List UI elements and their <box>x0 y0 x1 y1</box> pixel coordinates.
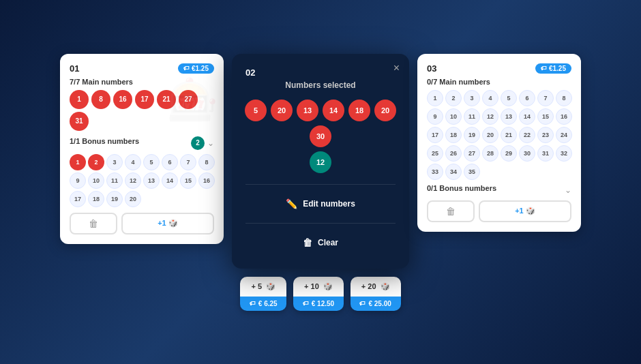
card-01-bonus-badge: 2 <box>191 136 205 150</box>
card-01-bonus-label: 1/1 Bonus numbers <box>70 137 139 145</box>
modal-clear-label: Clear <box>318 238 338 247</box>
bonus-grid-11[interactable]: 11 <box>106 172 123 189</box>
bonus-grid-4[interactable]: 4 <box>125 154 141 170</box>
mg-12[interactable]: 12 <box>482 108 498 125</box>
card-01-add-button[interactable]: +1 🎲 <box>121 213 214 234</box>
modal-close-button[interactable]: × <box>393 62 400 74</box>
card-03-bonus-header: 0/1 Bonus numbers ⌄ <box>427 184 571 196</box>
ball-1[interactable]: 1 <box>70 90 89 109</box>
mg-26[interactable]: 26 <box>445 145 462 162</box>
mg-20[interactable]: 20 <box>482 127 498 143</box>
card-01: 🎰 01 €1.25 7/7 Main numbers 1 8 16 17 21… <box>60 54 224 244</box>
ball-31[interactable]: 31 <box>70 112 89 131</box>
ball-16[interactable]: 16 <box>113 90 132 109</box>
bonus-grid-2[interactable]: 2 <box>88 154 104 170</box>
bonus-grid-8[interactable]: 8 <box>198 154 215 170</box>
modal-ball-12[interactable]: 12 <box>310 151 331 173</box>
mg-8[interactable]: 8 <box>556 90 572 106</box>
bonus-grid-18[interactable]: 18 <box>88 191 104 207</box>
add-20-label: + 20 🎲 <box>351 277 401 297</box>
mg-35[interactable]: 35 <box>464 164 480 180</box>
mg-17[interactable]: 17 <box>427 127 443 143</box>
ball-21[interactable]: 21 <box>157 90 176 109</box>
ball-8[interactable]: 8 <box>91 90 110 109</box>
bonus-grid-7[interactable]: 7 <box>180 154 196 170</box>
mg-29[interactable]: 29 <box>501 145 517 162</box>
mg-6[interactable]: 6 <box>519 90 535 106</box>
bonus-grid-10[interactable]: 10 <box>88 172 104 189</box>
mg-27[interactable]: 27 <box>464 145 480 162</box>
expand-icon[interactable]: ⌄ <box>207 138 214 148</box>
card-03-main-grid: 1 2 3 4 5 6 7 8 9 10 11 12 13 14 15 16 1… <box>427 90 571 180</box>
card-03-delete-button[interactable]: 🗑 <box>427 200 475 222</box>
mg-21[interactable]: 21 <box>501 127 517 143</box>
mg-10[interactable]: 10 <box>445 108 462 125</box>
bonus-grid-12[interactable]: 12 <box>125 172 141 189</box>
ball-17[interactable]: 17 <box>135 90 154 109</box>
bonus-grid-1[interactable]: 1 <box>70 154 86 170</box>
mg-7[interactable]: 7 <box>537 90 554 106</box>
mg-3[interactable]: 3 <box>464 90 480 106</box>
mg-30[interactable]: 30 <box>519 145 535 162</box>
add-10-button[interactable]: + 10 🎲 € 12.50 <box>293 277 344 311</box>
card-01-bonus-grid: 1 2 3 4 5 6 7 8 9 10 11 12 13 14 15 16 1… <box>70 154 214 207</box>
mg-4[interactable]: 4 <box>482 90 498 106</box>
modal-ball-14[interactable]: 14 <box>323 100 344 121</box>
modal-ball-30[interactable]: 30 <box>310 125 331 147</box>
bonus-grid-14[interactable]: 14 <box>162 172 178 189</box>
card-01-footer: 🗑 +1 🎲 <box>70 213 214 234</box>
mg-2[interactable]: 2 <box>445 90 462 106</box>
card-03-add-button[interactable]: +1 🎲 <box>479 200 571 222</box>
modal-edit-button[interactable]: Edit numbers <box>245 192 396 216</box>
mg-9[interactable]: 9 <box>427 108 443 125</box>
card-01-bonus-header: 1/1 Bonus numbers 2 ⌄ <box>70 136 214 150</box>
mg-22[interactable]: 22 <box>519 127 535 143</box>
mg-19[interactable]: 19 <box>464 127 480 143</box>
bonus-grid-20[interactable]: 20 <box>125 191 141 207</box>
bonus-grid-17[interactable]: 17 <box>70 191 86 207</box>
add-10-price: € 12.50 <box>293 297 344 311</box>
modal-clear-button[interactable]: Clear <box>245 230 396 255</box>
trash-icon <box>303 237 312 248</box>
card-01-price: €1.25 <box>178 63 214 74</box>
bonus-grid-9[interactable]: 9 <box>70 172 86 189</box>
mg-31[interactable]: 31 <box>537 145 554 162</box>
mg-23[interactable]: 23 <box>537 127 554 143</box>
bonus-grid-15[interactable]: 15 <box>180 172 196 189</box>
bonus-grid-5[interactable]: 5 <box>143 154 160 170</box>
mg-11[interactable]: 11 <box>464 108 480 125</box>
modal-ball-18[interactable]: 18 <box>348 100 370 121</box>
mg-14[interactable]: 14 <box>519 108 535 125</box>
card-03-expand-icon[interactable]: ⌄ <box>565 185 571 195</box>
mg-33[interactable]: 33 <box>427 164 443 180</box>
mg-5[interactable]: 5 <box>501 90 517 106</box>
modal-ball-20b[interactable]: 20 <box>374 100 396 121</box>
mg-34[interactable]: 34 <box>445 164 462 180</box>
bonus-grid-6[interactable]: 6 <box>162 154 178 170</box>
card-01-delete-button[interactable]: 🗑 <box>70 213 117 234</box>
mg-32[interactable]: 32 <box>556 145 572 162</box>
card-01-main-label: 7/7 Main numbers <box>70 78 214 86</box>
bonus-grid-13[interactable]: 13 <box>143 172 160 189</box>
mg-13[interactable]: 13 <box>501 108 517 125</box>
mg-18[interactable]: 18 <box>445 127 462 143</box>
mg-1[interactable]: 1 <box>427 90 443 106</box>
add-5-button[interactable]: + 5 🎲 € 6.25 <box>240 277 286 311</box>
bonus-grid-16[interactable]: 16 <box>198 172 215 189</box>
ball-27[interactable]: 27 <box>179 90 198 109</box>
modal-02: 02 × Numbers selected 5 20 13 14 18 20 <box>232 54 409 269</box>
modal-row-2: 30 <box>310 125 331 147</box>
add-20-button[interactable]: + 20 🎲 € 25.00 <box>351 277 401 311</box>
card-01-header: 01 €1.25 <box>70 63 214 74</box>
mg-25[interactable]: 25 <box>427 145 443 162</box>
bonus-grid-19[interactable]: 19 <box>106 191 123 207</box>
mg-24[interactable]: 24 <box>556 127 572 143</box>
modal-ball-20[interactable]: 20 <box>271 100 293 121</box>
modal-ball-13[interactable]: 13 <box>297 100 318 121</box>
add-5-price: € 6.25 <box>240 297 286 311</box>
bonus-grid-3[interactable]: 3 <box>106 154 123 170</box>
mg-15[interactable]: 15 <box>537 108 554 125</box>
mg-28[interactable]: 28 <box>482 145 498 162</box>
modal-ball-5[interactable]: 5 <box>245 100 267 121</box>
mg-16[interactable]: 16 <box>556 108 572 125</box>
